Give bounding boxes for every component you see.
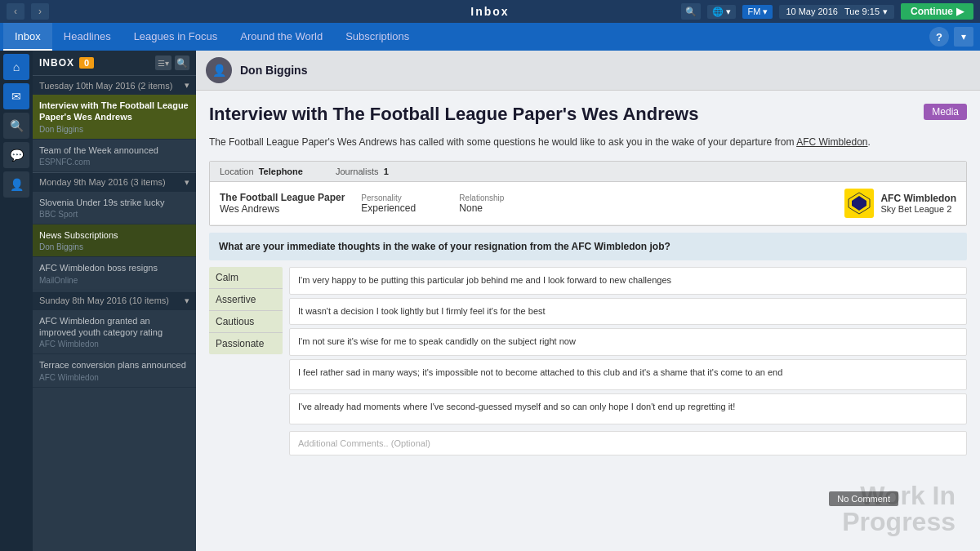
item-title: Terrace conversion plans announced [39,359,189,371]
date-group-3-label: Sunday 8th May 2016 (10 items) [39,295,169,305]
filter-button[interactable]: ☰▾ [155,56,172,70]
item-title: Interview with The Football League Paper… [39,100,189,123]
fm-dropdown: ▾ [763,7,768,17]
response-text-4[interactable]: I feel rather sad in many ways; it's imp… [289,359,967,390]
response-option-passionate[interactable]: Passionate [209,333,283,354]
relationship-block: Relationship None [459,193,524,214]
item-source: AFC Wimbledon [39,340,189,349]
response-text-3[interactable]: I'm not sure it's wise for me to speak c… [289,328,967,355]
continue-button[interactable]: Continue ▶ [901,3,973,20]
tab-inbox[interactable]: Inbox [3,23,52,51]
continue-arrow-icon: ▶ [956,6,964,17]
person-name-block: The Football League Paper Wes Andrews [220,192,345,215]
item-source: MailOnline [39,276,189,285]
search-button[interactable]: 🔍 [681,3,701,20]
date-group-2[interactable]: Monday 9th May 2016 (3 items) ▾ [33,172,196,192]
response-option-assertive[interactable]: Assertive [209,289,283,311]
response-option-calm[interactable]: Calm [209,267,283,289]
location-label: Location Telephone [220,167,303,176]
message-title-area: Interview with The Football League Paper… [209,104,967,125]
date-group-1-arrow: ▾ [185,80,189,91]
content-area: 👤 Don Biggins Interview with The Footbal… [196,51,980,551]
response-text-5[interactable]: I've already had moments where I've seco… [289,393,967,424]
sidebar-icons: ⌂ ✉ 🔍 💬 👤 [0,51,33,551]
club-name: AFC Wimbledon [880,193,956,204]
tab-subscriptions[interactable]: Subscriptions [334,23,421,51]
date-group-1[interactable]: Tuesday 10th May 2016 (2 items) ▾ [33,75,196,95]
sender-name: Don Biggins [240,64,307,77]
wip-line2: Progress [842,509,956,535]
back-button[interactable]: ‹ [7,3,24,20]
date-text: 10 May 2016 [786,7,838,16]
item-source: ESPNFC.com [39,158,189,167]
body-link-wimbledon[interactable]: AFC Wimbledon [796,136,867,148]
relationship-label: Relationship [459,193,524,202]
fm-label: FM [747,7,760,16]
personality-block: Personality Experienced [361,193,443,214]
interview-table: Location Telephone Journalists 1 The Foo… [209,161,967,226]
top-bar: ‹ › Inbox 🔍 🌐 ▾ FM ▾ 10 May 2016 Tue 9:1… [0,0,980,23]
tab-leagues-in-focus[interactable]: Leagues in Focus [122,23,229,51]
item-source: Don Biggins [39,125,189,134]
interview-person-row: The Football League Paper Wes Andrews Pe… [210,182,966,225]
response-option-cautious[interactable]: Cautious [209,311,283,333]
additional-comments[interactable]: Additional Comments.. (Optional) [289,431,967,455]
second-nav: Inbox Headlines Leagues in Focus Around … [0,23,980,51]
help-button[interactable]: ? [929,27,949,47]
relationship-val: None [459,202,524,214]
list-item[interactable]: News Subscriptions Don Biggins [33,224,196,257]
body-text-1: The Football League Paper's Wes Andrews … [209,136,796,148]
tab-around-the-world[interactable]: Around the World [229,23,334,51]
inbox-panel: INBOX 0 ☰▾ 🔍 Tuesday 10th May 2016 (2 it… [33,51,196,551]
no-comment-button[interactable]: No Comment [829,491,898,506]
nav-tabs: Inbox Headlines Leagues in Focus Around … [3,23,929,51]
top-bar-right: 🔍 🌐 ▾ FM ▾ 10 May 2016 Tue 9:15 ▾ Contin… [681,3,973,20]
personality-label: Personality [361,193,443,202]
forward-button[interactable]: › [31,3,49,20]
date-display: 10 May 2016 Tue 9:15 ▾ [779,5,894,19]
tab-headlines[interactable]: Headlines [52,23,122,51]
item-source: AFC Wimbledon [39,373,189,382]
response-text-2[interactable]: It wasn't a decision I took lightly but … [289,298,967,325]
body-text-2: . [868,136,871,148]
avatar: 👤 [206,57,232,83]
sidebar-item-chat[interactable]: 💬 [3,142,29,168]
sidebar-item-inbox[interactable]: ✉ [3,83,29,109]
item-source: BBC Sport [39,210,189,219]
list-item[interactable]: Terrace conversion plans announced AFC W… [33,354,196,387]
sidebar-item-search[interactable]: 🔍 [3,113,29,139]
message-body: The Football League Paper's Wes Andrews … [209,135,967,149]
page-title: Inbox [470,5,509,18]
question-box: What are your immediate thoughts in the … [209,233,967,260]
date-dropdown: ▾ [883,7,888,17]
sidebar-item-people[interactable]: 👤 [3,171,29,198]
response-text-1[interactable]: I'm very happy to be putting this partic… [289,267,967,294]
item-title: Slovenia Under 19s strike lucky [39,197,189,208]
date-group-3[interactable]: Sunday 8th May 2016 (10 items) ▾ [33,291,196,310]
list-item[interactable]: Team of the Week announced ESPNFC.com [33,140,196,172]
inbox-search-button[interactable]: 🔍 [175,56,189,70]
list-item[interactable]: Interview with The Football League Paper… [33,95,196,140]
globe-icon: 🌐 [712,7,724,17]
interview-table-header: Location Telephone Journalists 1 [210,162,966,182]
list-item[interactable]: AFC Wimbledon boss resigns MailOnline [33,257,196,290]
item-title: AFC Wimbledon granted an improved youth … [39,315,189,339]
item-title: Team of the Week announced [39,144,189,156]
date-group-3-arrow: ▾ [185,295,189,306]
expand-button[interactable]: ▾ [954,27,973,47]
club-block: AFC Wimbledon Sky Bet League 2 [844,189,956,218]
club-crest [844,189,874,218]
wip-watermark: Work In Progress [842,482,956,535]
inbox-header: INBOX 0 ☰▾ 🔍 [33,51,196,75]
wip-line1: Work In [842,482,956,509]
inbox-label: INBOX [39,57,74,69]
date-group-2-arrow: ▾ [185,177,189,188]
sidebar-item-home[interactable]: ⌂ [3,54,29,80]
message-content: Interview with The Football League Paper… [196,91,980,469]
item-title: AFC Wimbledon boss resigns [39,262,189,273]
journalists-label: Journalists 1 [336,167,389,176]
fm-badge[interactable]: FM ▾ [742,5,773,19]
list-item[interactable]: Slovenia Under 19s strike lucky BBC Spor… [33,192,196,224]
globe-badge[interactable]: 🌐 ▾ [707,5,736,19]
list-item[interactable]: AFC Wimbledon granted an improved youth … [33,310,196,355]
